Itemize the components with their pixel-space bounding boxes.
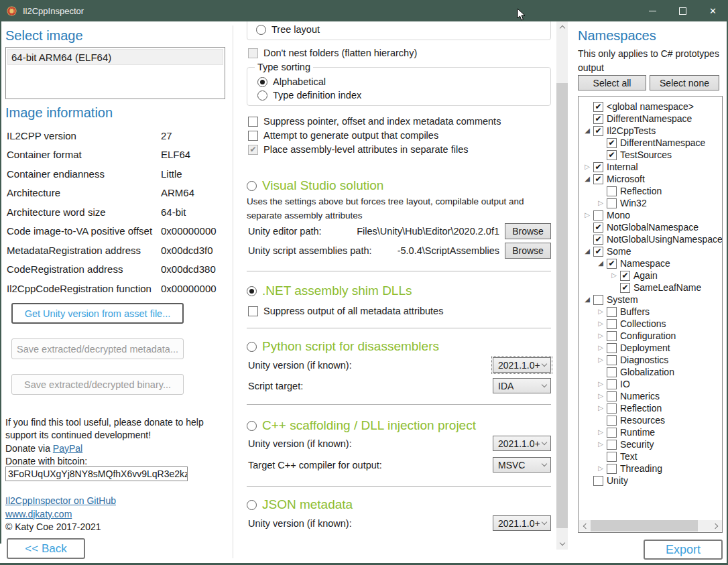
maximize-button[interactable] (668, 0, 698, 21)
close-button[interactable]: ✕ (698, 0, 728, 21)
tree-item[interactable]: ▷Threading (579, 462, 722, 475)
tree-item[interactable]: ▷Runtime (579, 426, 722, 438)
paypal-link[interactable]: PayPal (53, 443, 82, 454)
tree-item[interactable]: ◢✔Namespace (579, 257, 722, 269)
tree-checkbox[interactable] (607, 416, 617, 426)
tree-item[interactable]: Reflection (579, 185, 722, 197)
expander-collapsed-icon[interactable]: ▷ (608, 272, 620, 279)
github-link[interactable]: Il2CppInspector on GitHub (5, 495, 116, 506)
tree-checkbox[interactable]: ✔ (593, 162, 603, 172)
tree-checkbox[interactable]: ✔ (593, 223, 603, 233)
tree-item[interactable]: ✔TestSources (579, 149, 722, 161)
get-unity-version-button[interactable]: Get Unity version from asset file... (11, 303, 184, 324)
expander-collapsed-icon[interactable]: ▷ (595, 357, 607, 363)
tree-item[interactable]: ◢✔Microsoft (579, 173, 722, 185)
tree-checkbox[interactable] (607, 319, 617, 329)
tree-checkbox[interactable] (607, 355, 617, 365)
expander-collapsed-icon[interactable]: ▷ (595, 332, 607, 339)
website-link[interactable]: www.djkaty.com (5, 509, 72, 519)
sort-typedef-option[interactable]: Type definition index (257, 90, 361, 101)
tree-item[interactable]: ✔<global namespace> (579, 101, 722, 113)
cpp-compiler-select[interactable]: MSVC (493, 457, 551, 473)
tree-checkbox[interactable] (607, 464, 617, 474)
scrollbar-thumb[interactable] (556, 83, 568, 528)
tree-item[interactable]: ▷Configuration (579, 330, 722, 342)
dotnet-option[interactable]: .NET assembly shim DLLs (247, 284, 412, 298)
json-radio[interactable] (247, 500, 257, 510)
tree-item[interactable]: ✔DifferentNamespace (579, 137, 722, 149)
tree-checkbox[interactable]: ✔ (593, 235, 603, 245)
scroll-down-button[interactable] (556, 538, 568, 550)
expander-collapsed-icon[interactable]: ▷ (595, 320, 607, 327)
expander-collapsed-icon[interactable]: ▷ (595, 465, 607, 472)
tree-checkbox[interactable]: ✔ (607, 150, 617, 160)
tree-checkbox[interactable] (607, 198, 617, 208)
tree-item[interactable]: ▷IO (579, 378, 722, 390)
tree-checkbox[interactable] (607, 440, 617, 450)
tree-item[interactable]: Unity (579, 475, 722, 487)
tree-checkbox[interactable] (607, 428, 617, 438)
middle-scrollbar[interactable] (556, 21, 568, 550)
select-none-button[interactable]: Select none (650, 75, 719, 90)
suppress-comments-option[interactable]: Suppress pointer, offset and index metad… (248, 116, 501, 127)
sort-alphabetical-option[interactable]: Alphabetical (257, 76, 326, 87)
expander-expanded-icon[interactable]: ◢ (581, 176, 593, 182)
compiles-option[interactable]: Attempt to generate output that compiles (248, 130, 438, 141)
expander-collapsed-icon[interactable]: ▷ (595, 381, 607, 387)
tree-checkbox[interactable]: ✔ (607, 259, 617, 269)
tree-checkbox[interactable] (593, 210, 603, 221)
cpp-radio[interactable] (247, 421, 257, 431)
tree-item[interactable]: ▷Security (579, 438, 722, 450)
python-option[interactable]: Python script for disassemblers (247, 339, 439, 354)
browse-assemblies-path-button[interactable]: Browse (505, 243, 551, 259)
back-button[interactable]: << Back (7, 538, 85, 559)
scroll-right-button[interactable] (711, 520, 722, 531)
expander-expanded-icon[interactable]: ◢ (581, 296, 593, 303)
expander-expanded-icon[interactable]: ◢ (595, 260, 607, 267)
tree-checkbox[interactable] (607, 403, 617, 414)
tree-item[interactable]: ▷Mono (579, 209, 722, 221)
tree-checkbox[interactable] (607, 307, 617, 317)
expander-collapsed-icon[interactable]: ▷ (581, 164, 593, 170)
expander-collapsed-icon[interactable]: ▷ (595, 429, 607, 436)
tree-item[interactable]: ▷Diagnostics (579, 354, 722, 366)
tree-checkbox[interactable]: ✔ (593, 247, 603, 257)
tree-checkbox[interactable]: ✔ (593, 174, 603, 184)
tree-item[interactable]: ▷Win32 (579, 197, 722, 209)
suppress-attributes-checkbox[interactable] (248, 306, 258, 316)
tree-item[interactable]: ▷Reflection (579, 402, 722, 414)
tree-h-scrollbar[interactable] (579, 520, 722, 531)
tree-checkbox[interactable]: ✔ (620, 271, 630, 281)
scrollbar-thumb[interactable] (591, 520, 698, 531)
bitcoin-address-input[interactable]: 3FoRUqUXgYj8NY8sMQfhX6vv9LqR3e2kzz (5, 466, 188, 481)
sort-alphabetical-radio[interactable] (257, 77, 267, 87)
tree-checkbox[interactable] (607, 452, 617, 462)
minimize-button[interactable] (638, 0, 668, 21)
python-script-target-select[interactable]: IDA (493, 378, 551, 393)
cpp-option[interactable]: C++ scaffolding / DLL injection project (247, 418, 476, 433)
tree-checkbox[interactable] (607, 379, 617, 389)
export-button[interactable]: Export (644, 540, 723, 560)
json-unity-version-select[interactable]: 2021.1.0+ (493, 515, 551, 531)
tree-item[interactable]: ▷Collections (579, 318, 722, 330)
visual-studio-option[interactable]: Visual Studio solution (247, 178, 383, 193)
scroll-up-button[interactable] (556, 21, 568, 33)
tree-layout-option[interactable]: Tree layout (256, 24, 320, 35)
dotnet-radio[interactable] (247, 286, 257, 296)
expander-collapsed-icon[interactable]: ▷ (595, 308, 607, 315)
tree-checkbox[interactable] (593, 476, 603, 486)
expander-collapsed-icon[interactable]: ▷ (595, 393, 607, 399)
tree-item[interactable]: ◢✔Some (579, 245, 722, 257)
tree-checkbox[interactable]: ✔ (593, 126, 603, 136)
tree-item[interactable]: Text (579, 450, 722, 462)
unity-assemblies-path-value[interactable]: -5.0.4\ScriptAssemblies (377, 245, 499, 256)
tree-checkbox[interactable] (607, 331, 617, 341)
tree-item[interactable]: ▷✔Again (579, 269, 722, 281)
expander-collapsed-icon[interactable]: ▷ (595, 405, 607, 412)
suppress-comments-checkbox[interactable] (248, 117, 258, 127)
visual-studio-radio[interactable] (247, 181, 257, 191)
image-list-item[interactable]: 64-bit ARM64 (ELF64) (7, 49, 223, 65)
sort-typedef-radio[interactable] (257, 90, 267, 101)
json-option[interactable]: JSON metadata (247, 497, 353, 512)
tree-item[interactable]: ▷Numerics (579, 390, 722, 402)
